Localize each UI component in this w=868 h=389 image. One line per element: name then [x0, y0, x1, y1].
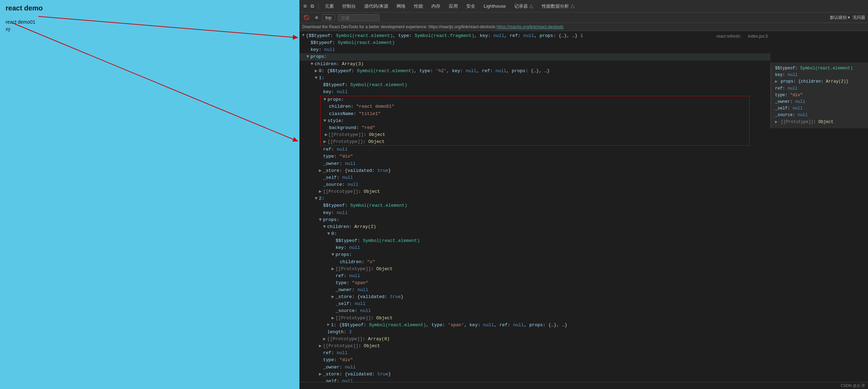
props-red-box: ▼ props: children: "react demo01" classN… [320, 96, 750, 146]
devtools-toolbar2: 🚫 ⊘ top 默认级别 ▾ 无问题 [299, 13, 868, 23]
line-2-0-key: key: null [299, 244, 771, 251]
line-2-proto-array: ▶ [[Prototype]]: Array(0) [299, 336, 771, 343]
line-2-0-props: ▼ props: [299, 251, 771, 258]
devtools-topbar: ⊡ ⧉ 元素 控制台 源代码/来源 网络 性能 内存 应用 安全 Lightho… [299, 0, 868, 13]
line-1: ▼ 1: [299, 75, 771, 82]
inspect-icon[interactable]: ⊡ [302, 2, 308, 10]
line-2-0-type: type: "span" [299, 280, 771, 287]
line-2-0-store: ▶ _store: {validated: true} [299, 293, 771, 300]
tab-security[interactable]: 安全 [463, 2, 479, 11]
filter-icon[interactable]: ⊘ [314, 14, 319, 21]
line-2-owner: _owner: null [299, 364, 771, 371]
line-1-key: key: null [299, 89, 771, 96]
preview-panel: react demo react demo01 xy [0, 0, 299, 389]
line-key: key: null [299, 46, 771, 53]
line-1-children: children: "react demo01" [321, 103, 749, 110]
tooltip-panel: $$typeof: Symbol(react.element) key: nul… [771, 62, 868, 128]
tooltip-line-3: ▶ props: {children: Array(2)} [775, 78, 864, 85]
tree-root-line: ▼ {$$typeof: Symbol(react.element), type… [299, 32, 771, 39]
line-2-0-children: children: "x" [299, 259, 771, 266]
code-area: react refresh: index.jsx:3 ▼ {$$typeof: … [299, 31, 868, 382]
preview-item-1: react demo01 [6, 19, 294, 25]
code-left[interactable]: react refresh: index.jsx:3 ▼ {$$typeof: … [299, 31, 771, 382]
line-2-ref: ref: null [299, 350, 771, 357]
line-2-length: length: 2 [299, 329, 771, 336]
devtools-panel: ⊡ ⧉ 元素 控制台 源代码/来源 网络 性能 内存 应用 安全 Lightho… [299, 0, 868, 389]
tab-network[interactable]: 网络 [393, 2, 409, 11]
tab-recorder[interactable]: 记录器 △ [511, 2, 537, 11]
line-1-classname: className: "title1" [321, 110, 749, 117]
line-props: ▼ props: [299, 53, 771, 60]
line-2-1: ▶ 1: {$$typeof: Symbol(react.element), t… [299, 322, 771, 329]
line-2-0-ref: ref: null [299, 273, 771, 280]
line-2-key: key: null [299, 209, 771, 216]
line-2-children: ▼ children: Array(2) [299, 223, 771, 230]
preview-item-2: xy [6, 26, 294, 32]
tooltip-line-5: type: "div" [775, 92, 864, 99]
tab-elements[interactable]: 元素 [321, 2, 337, 11]
tab-separator [318, 3, 319, 10]
block-icon[interactable]: 🚫 [302, 14, 311, 21]
tab-sources[interactable]: 源代码/来源 [361, 2, 392, 11]
device-icon[interactable]: ⧉ [309, 3, 315, 10]
download-bar: Download the React DevTools for a better… [299, 23, 868, 31]
status-text: CSDN @点·开 [841, 383, 865, 388]
line-2-0-proto: ▶ [[Prototype]]: Object [299, 266, 771, 273]
line-1-proto1: ▶ [[Prototype]]: Object [321, 131, 749, 138]
line-1-store: ▶ _store: {validated: true} [299, 167, 771, 174]
tab-console[interactable]: 控制台 [339, 2, 359, 11]
file-ref: react refresh: index.jsx:3 [717, 33, 768, 40]
line-2-props: ▼ props: [299, 216, 771, 223]
line-1-props: ▼ props: [321, 96, 749, 103]
tooltip-line-8: _source: null [775, 112, 864, 119]
line-2-0-owner: _owner: null [299, 287, 771, 293]
tooltip-line-2: key: null [775, 72, 864, 78]
status-bar: CSDN @点·开 [299, 382, 868, 389]
tooltip-line-9: ▶ [[Prototype]]: Object [775, 119, 864, 125]
tab-perf-insights[interactable]: 性能数据分析 △ [538, 2, 578, 11]
line-1-proto: ▶ [[Prototype]]: Object [299, 188, 771, 195]
tooltip-line-7: _self: null [775, 105, 864, 112]
tooltip-line-1: $$typeof: Symbol(react.element) [775, 65, 864, 72]
line-2-store: ▶ _store: {validated: true} [299, 371, 771, 378]
main-area: react demo react demo01 xy ⊡ ⧉ 元素 控制台 [0, 0, 868, 389]
line-2-0-typeof: $$typeof: Symbol(react.element) [299, 237, 771, 244]
preview-content: react demo01 xy [0, 16, 299, 36]
line-1-proto2: ▶ [[Prototype]]: Object [321, 138, 749, 145]
svg-line-1 [13, 23, 298, 141]
line-2-0-proto2: ▶ [[Prototype]]: Object [299, 315, 771, 322]
line-1-bg: background: "red" [321, 124, 749, 131]
line-2-typeof: $$typeof: Symbol(react.element) [299, 202, 771, 209]
line-2-proto2: ▶ [[Prototype]]: Object [299, 343, 771, 350]
line-children: ▼ children: Array(3) [299, 61, 771, 68]
line-1-style: ▼ style: [321, 117, 749, 124]
arrows-svg [0, 0, 299, 389]
line-2-0-self: _self: null [299, 300, 771, 307]
tab-application[interactable]: 应用 [445, 2, 461, 11]
line-1-type: type: "div" [299, 153, 771, 160]
line-2-type: type: "div" [299, 357, 771, 364]
toolbar-right: 默认级别 ▾ 无问题 [830, 15, 865, 21]
devtools-link[interactable]: https://reactjs.org/link/react-devtools [496, 24, 563, 29]
line-2-0-source: _source: null [299, 307, 771, 314]
tab-memory[interactable]: 内存 [428, 2, 444, 11]
tab-performance[interactable]: 性能 [410, 2, 427, 11]
filter-input[interactable] [338, 14, 380, 21]
line-1-self: _self: null [299, 174, 771, 181]
top-dropdown[interactable]: top [322, 14, 335, 21]
line-1-owner: _owner: null [299, 160, 771, 167]
line-0: ▶ 0: {$$typeof: Symbol(react.element), t… [299, 68, 771, 75]
level-badge[interactable]: 默认级别 ▾ [830, 15, 850, 21]
line-1-typeof: $$typeof: Symbol(react.element) [299, 82, 771, 89]
tooltip-line-4: ref: null [775, 85, 864, 92]
tooltip-line-6: _owner: null [775, 99, 864, 105]
tab-lighthouse[interactable]: Lighthouse [480, 2, 509, 10]
line-2: ▼ 2: [299, 195, 771, 202]
line-typeof: $$typeof: Symbol(react.element) [299, 39, 771, 46]
no-issue-btn[interactable]: 无问题 [853, 15, 865, 21]
line-2-self: _self: null [299, 378, 771, 382]
line-1-ref: ref: null [299, 146, 771, 153]
line-1-source: _source: null [299, 181, 771, 188]
preview-title: react demo [0, 0, 299, 16]
line-2-0: ▼ 0: [299, 230, 771, 237]
